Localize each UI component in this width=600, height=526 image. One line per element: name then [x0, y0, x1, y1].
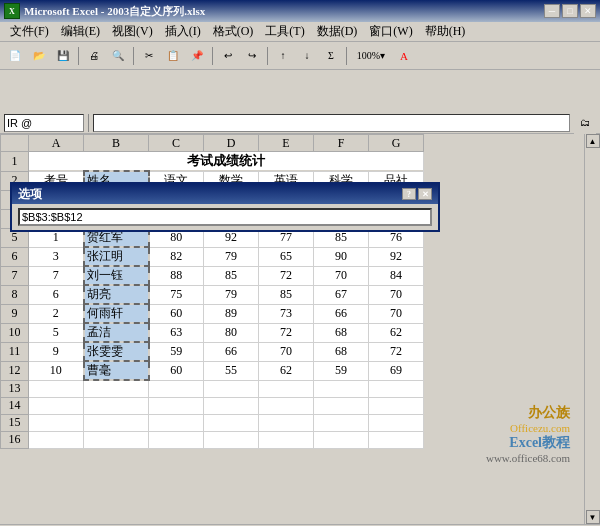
cell-c13[interactable]: [149, 380, 204, 397]
cell-e13[interactable]: [259, 380, 314, 397]
cell-c6[interactable]: 82: [149, 247, 204, 266]
cell-b10[interactable]: 孟洁: [84, 323, 149, 342]
menu-window[interactable]: 窗口(W): [363, 22, 418, 41]
cell-f12[interactable]: 59: [314, 361, 369, 380]
dialog-close-button[interactable]: ✕: [418, 188, 432, 200]
col-header-f[interactable]: F: [314, 135, 369, 152]
cell-b11[interactable]: 张雯雯: [84, 342, 149, 361]
cell-g15[interactable]: [369, 414, 424, 431]
menu-file[interactable]: 文件(F): [4, 22, 55, 41]
cell-g8[interactable]: 70: [369, 285, 424, 304]
cell-a8[interactable]: 6: [29, 285, 84, 304]
menu-view[interactable]: 视图(V): [106, 22, 159, 41]
col-header-a[interactable]: A: [29, 135, 84, 152]
cell-b6[interactable]: 张江明: [84, 247, 149, 266]
cell-a10[interactable]: 5: [29, 323, 84, 342]
cell-b15[interactable]: [84, 414, 149, 431]
cut-button[interactable]: ✂: [138, 45, 160, 67]
cell-d13[interactable]: [204, 380, 259, 397]
cell-c15[interactable]: [149, 414, 204, 431]
cell-e16[interactable]: [259, 431, 314, 448]
cell-f16[interactable]: [314, 431, 369, 448]
col-header-b[interactable]: B: [84, 135, 149, 152]
minimize-button[interactable]: ─: [544, 4, 560, 18]
cell-g13[interactable]: [369, 380, 424, 397]
cell-a13[interactable]: [29, 380, 84, 397]
cell-a14[interactable]: [29, 397, 84, 414]
font-color-button[interactable]: A: [393, 45, 415, 67]
cell-g12[interactable]: 69: [369, 361, 424, 380]
cell-a16[interactable]: [29, 431, 84, 448]
cell-d10[interactable]: 80: [204, 323, 259, 342]
formula-input[interactable]: [93, 114, 570, 132]
cell-b12[interactable]: 曹毫: [84, 361, 149, 380]
sort-desc-button[interactable]: ↓: [296, 45, 318, 67]
cell-g10[interactable]: 62: [369, 323, 424, 342]
scroll-up-button[interactable]: ▲: [586, 134, 600, 148]
cell-d8[interactable]: 79: [204, 285, 259, 304]
cell-g9[interactable]: 70: [369, 304, 424, 323]
print-button[interactable]: 🖨: [83, 45, 105, 67]
cell-b13[interactable]: [84, 380, 149, 397]
cell-f7[interactable]: 70: [314, 266, 369, 285]
cell-g11[interactable]: 72: [369, 342, 424, 361]
menu-tools[interactable]: 工具(T): [259, 22, 310, 41]
cell-f10[interactable]: 68: [314, 323, 369, 342]
cell-a9[interactable]: 2: [29, 304, 84, 323]
vertical-scrollbar[interactable]: ▲ ▼: [584, 134, 600, 524]
cell-c14[interactable]: [149, 397, 204, 414]
cell-b7[interactable]: 刘一钰: [84, 266, 149, 285]
menu-data[interactable]: 数据(D): [311, 22, 364, 41]
cell-f8[interactable]: 67: [314, 285, 369, 304]
cell-d16[interactable]: [204, 431, 259, 448]
cell-f6[interactable]: 90: [314, 247, 369, 266]
cell-c7[interactable]: 88: [149, 266, 204, 285]
cell-e7[interactable]: 72: [259, 266, 314, 285]
cell-d14[interactable]: [204, 397, 259, 414]
cell-b16[interactable]: [84, 431, 149, 448]
cell-e9[interactable]: 73: [259, 304, 314, 323]
cell-a12[interactable]: 10: [29, 361, 84, 380]
cell-d7[interactable]: 85: [204, 266, 259, 285]
cell-e10[interactable]: 72: [259, 323, 314, 342]
cell-a6[interactable]: 3: [29, 247, 84, 266]
cell-a7[interactable]: 7: [29, 266, 84, 285]
cell-f14[interactable]: [314, 397, 369, 414]
col-header-g[interactable]: G: [369, 135, 424, 152]
cell-g16[interactable]: [369, 431, 424, 448]
close-button[interactable]: ✕: [580, 4, 596, 18]
zoom-dropdown[interactable]: 100%▾: [351, 45, 391, 67]
cell-b14[interactable]: [84, 397, 149, 414]
copy-button[interactable]: 📋: [162, 45, 184, 67]
col-header-e[interactable]: E: [259, 135, 314, 152]
sort-asc-button[interactable]: ↑: [272, 45, 294, 67]
cell-a1[interactable]: 考试成绩统计: [29, 152, 424, 172]
menu-edit[interactable]: 编辑(E): [55, 22, 106, 41]
cell-e15[interactable]: [259, 414, 314, 431]
cell-e8[interactable]: 85: [259, 285, 314, 304]
cell-e12[interactable]: 62: [259, 361, 314, 380]
cell-e6[interactable]: 65: [259, 247, 314, 266]
cell-a11[interactable]: 9: [29, 342, 84, 361]
cell-c10[interactable]: 63: [149, 323, 204, 342]
cell-f15[interactable]: [314, 414, 369, 431]
cell-d12[interactable]: 55: [204, 361, 259, 380]
cell-g14[interactable]: [369, 397, 424, 414]
redo-button[interactable]: ↪: [241, 45, 263, 67]
cell-b9[interactable]: 何雨轩: [84, 304, 149, 323]
cell-d6[interactable]: 79: [204, 247, 259, 266]
maximize-button[interactable]: □: [562, 4, 578, 18]
collapse-button[interactable]: 🗂: [574, 112, 596, 134]
cell-b8[interactable]: 胡亮: [84, 285, 149, 304]
col-header-d[interactable]: D: [204, 135, 259, 152]
cell-g7[interactable]: 84: [369, 266, 424, 285]
cell-f13[interactable]: [314, 380, 369, 397]
cell-c16[interactable]: [149, 431, 204, 448]
cell-e14[interactable]: [259, 397, 314, 414]
new-button[interactable]: 📄: [4, 45, 26, 67]
cell-d9[interactable]: 89: [204, 304, 259, 323]
dialog-range-input[interactable]: [18, 208, 432, 226]
preview-button[interactable]: 🔍: [107, 45, 129, 67]
name-box[interactable]: [4, 114, 84, 132]
open-button[interactable]: 📂: [28, 45, 50, 67]
